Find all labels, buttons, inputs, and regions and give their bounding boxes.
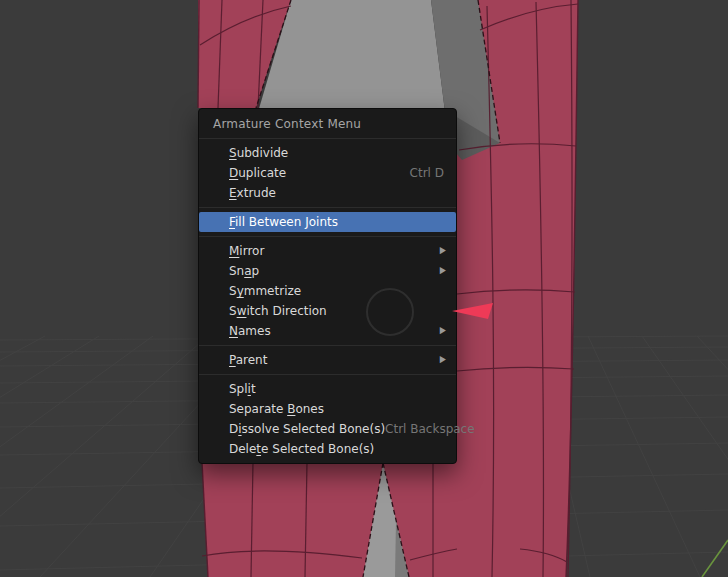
menu-item-names[interactable]: Names▶ xyxy=(199,321,456,341)
menu-item-label: Subdivide xyxy=(229,146,288,160)
menu-item-subdivide[interactable]: Subdivide xyxy=(199,143,456,163)
submenu-arrow-icon: ▶ xyxy=(440,246,446,255)
menu-item-symmetrize[interactable]: Symmetrize xyxy=(199,281,456,301)
menu-item-split[interactable]: Split xyxy=(199,379,456,399)
menu-item-snap[interactable]: Snap▶ xyxy=(199,261,456,281)
submenu-arrow-icon: ▶ xyxy=(440,266,446,275)
menu-item-label: Fill Between Joints xyxy=(229,215,338,229)
submenu-arrow-icon: ▶ xyxy=(440,326,446,335)
red-arrow-icon[interactable] xyxy=(452,303,493,319)
menu-item-fill-between-joints[interactable]: Fill Between Joints xyxy=(199,212,456,232)
menu-item-duplicate[interactable]: DuplicateCtrl D xyxy=(199,163,456,183)
menu-item-label: Separate Bones xyxy=(229,402,324,416)
menu-item-label: Extrude xyxy=(229,186,276,200)
lower-legs-mesh[interactable] xyxy=(202,462,457,577)
submenu-arrow-icon: ▶ xyxy=(440,355,446,364)
menu-title: Armature Context Menu xyxy=(199,109,456,139)
menu-item-label: Dissolve Selected Bone(s) xyxy=(229,422,385,436)
menu-item-label: Parent xyxy=(229,353,267,367)
menu-item-label: Snap xyxy=(229,264,259,278)
armature-context-menu: Armature Context Menu SubdivideDuplicate… xyxy=(198,108,457,464)
menu-item-shortcut: Ctrl Backspace xyxy=(385,422,477,436)
menu-item-delete-selected-bone-s[interactable]: Delete Selected Bone(s) xyxy=(199,439,456,459)
menu-item-separate-bones[interactable]: Separate Bones xyxy=(199,399,456,419)
menu-item-label: Delete Selected Bone(s) xyxy=(229,442,374,456)
menu-item-label: Mirror xyxy=(229,244,264,258)
menu-item-dissolve-selected-bone-s[interactable]: Dissolve Selected Bone(s)Ctrl Backspace xyxy=(199,419,456,439)
menu-item-mirror[interactable]: Mirror▶ xyxy=(199,241,456,261)
menu-item-label: Split xyxy=(229,382,256,396)
menu-item-label: Symmetrize xyxy=(229,284,301,298)
menu-item-label: Switch Direction xyxy=(229,304,327,318)
menu-item-label: Duplicate xyxy=(229,166,286,180)
red-arrow-gizmo[interactable] xyxy=(450,300,498,322)
menu-item-parent[interactable]: Parent▶ xyxy=(199,350,456,370)
menu-item-extrude[interactable]: Extrude xyxy=(199,183,456,203)
menu-item-switch-direction[interactable]: Switch Direction xyxy=(199,301,456,321)
menu-item-shortcut: Ctrl D xyxy=(410,166,446,180)
menu-item-label: Names xyxy=(229,324,271,338)
